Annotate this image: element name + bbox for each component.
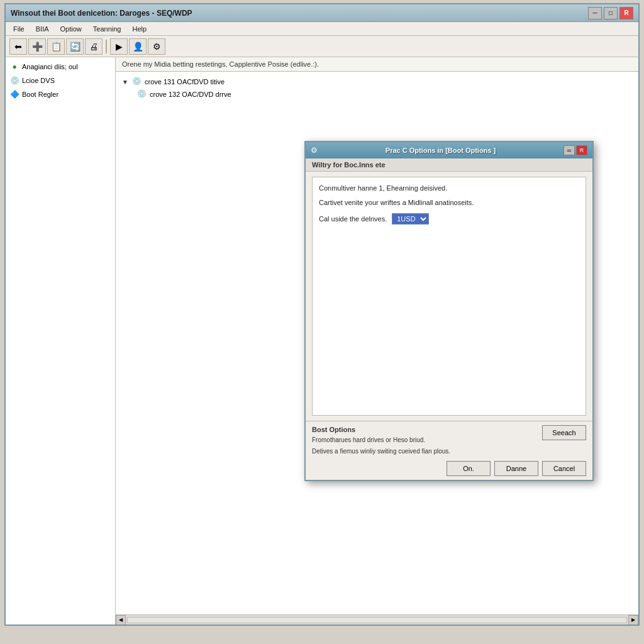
ok-button[interactable]: On. bbox=[447, 461, 491, 476]
main-panel: Orene my Midia betting restetings, Cappl… bbox=[116, 57, 638, 625]
dialog-title-buttons: ═ R bbox=[564, 145, 587, 155]
window-title: Winsout thei Boot denicetion: Daroges - … bbox=[11, 9, 192, 18]
sidebar-item-lcioe-label: Lcioe DVS bbox=[22, 77, 55, 84]
menu-teanning[interactable]: Teanning bbox=[88, 24, 126, 34]
restore-button[interactable]: □ bbox=[604, 7, 618, 19]
sidebar-item-boot-label: Boot Regler bbox=[22, 91, 58, 98]
window-controls: ─ □ R bbox=[588, 7, 633, 19]
scroll-right[interactable]: ▶ bbox=[628, 615, 638, 625]
dialog-footer: Bost Options Fromotharues hard drives or… bbox=[306, 421, 592, 480]
done-button[interactable]: Danne bbox=[494, 461, 538, 476]
toolbar-btn-back[interactable]: ⬅ bbox=[9, 38, 27, 55]
toolbar-btn-copy[interactable]: 📋 bbox=[47, 38, 65, 55]
footer-row-search: Bost Options Fromotharues hard drives or… bbox=[312, 425, 586, 445]
toolbar-btn-user[interactable]: 👤 bbox=[129, 38, 147, 55]
dialog-title-bar: ⚙ Prac C Options in [Boot Options ] ═ R bbox=[306, 142, 592, 158]
menu-biia[interactable]: BIIA bbox=[31, 24, 54, 34]
lcioe-icon: 💿 bbox=[9, 75, 19, 86]
close-button[interactable]: R bbox=[619, 7, 633, 19]
dialog-line1: Conmultiver hanne 1, Ehearning deisived. bbox=[319, 184, 579, 193]
dialog-content: Conmultiver hanne 1, Ehearning deisived.… bbox=[312, 177, 586, 416]
dialog-minimize[interactable]: ═ bbox=[564, 145, 575, 155]
minimize-button[interactable]: ─ bbox=[588, 7, 602, 19]
dialog-title: Prac C Options in [Boot Options ] bbox=[386, 147, 496, 154]
sidebar-item-anagianci-label: Anagianci diis; oul bbox=[22, 63, 78, 70]
menu-bar: File BIIA Optiow Teanning Help bbox=[6, 22, 638, 36]
description-text: Orene my Midia betting restetings, Cappl… bbox=[122, 60, 319, 68]
footer-section: Bost Options Fromotharues hard drives or… bbox=[312, 425, 537, 445]
menu-file[interactable]: File bbox=[8, 24, 30, 34]
toolbar-separator bbox=[106, 40, 107, 53]
cancel-button[interactable]: Cancel bbox=[542, 461, 586, 476]
toolbar-btn-play[interactable]: ▶ bbox=[110, 38, 128, 55]
dialog-subtitle: Wiltry for Boc.lnns ete bbox=[306, 158, 592, 172]
dialog-icon: ⚙ bbox=[311, 146, 318, 155]
toolbar-btn-add[interactable]: ➕ bbox=[28, 38, 46, 55]
dialog-close[interactable]: R bbox=[576, 145, 587, 155]
toolbar: ⬅ ➕ 📋 🔄 🖨 ▶ 👤 ⚙ bbox=[6, 36, 638, 57]
footer-desc2: Detives a fiemus winliy switing cueived … bbox=[312, 447, 586, 456]
footer-section-label: Bost Options bbox=[312, 425, 537, 435]
sidebar: ● Anagianci diis; oul 💿 Lcioe DVS 🔷 Boot… bbox=[6, 57, 116, 625]
toolbar-btn-settings[interactable]: ⚙ bbox=[148, 38, 165, 55]
scroll-left[interactable]: ◀ bbox=[116, 615, 126, 625]
dropdown-select[interactable]: 1USD 2USD AUTO bbox=[392, 213, 429, 225]
tree-area: ▼ 💿 crove 131 OACfDVD titive 💿 crove 132… bbox=[116, 72, 638, 614]
dropdown-label: Cal uside the delnves. bbox=[319, 215, 387, 223]
dialog-overlay: ⚙ Prac C Options in [Boot Options ] ═ R … bbox=[116, 72, 638, 614]
menu-help[interactable]: Help bbox=[127, 24, 152, 34]
scroll-track[interactable] bbox=[127, 617, 627, 623]
sidebar-item-lcioe[interactable]: 💿 Lcioe DVS bbox=[6, 74, 115, 87]
search-button[interactable]: Seeach bbox=[542, 425, 586, 440]
description-bar: Orene my Midia betting restetings, Cappl… bbox=[116, 57, 638, 72]
horizontal-scrollbar: ◀ ▶ bbox=[116, 614, 638, 625]
footer-desc1: Fromotharues hard drives or Heso briud. bbox=[312, 436, 537, 445]
title-bar: Winsout thei Boot denicetion: Daroges - … bbox=[6, 4, 638, 22]
toolbar-btn-refresh[interactable]: 🔄 bbox=[66, 38, 84, 55]
toolbar-btn-print[interactable]: 🖨 bbox=[85, 38, 103, 55]
dialog-line2: Cartivet venite your wriftes a Midlinall… bbox=[319, 198, 579, 208]
sidebar-item-anagianci[interactable]: ● Anagianci diis; oul bbox=[6, 60, 115, 74]
menu-optiow[interactable]: Optiow bbox=[55, 24, 87, 34]
dialog-inline-row: Cal uside the delnves. 1USD 2USD AUTO bbox=[319, 213, 579, 225]
dialog-action-buttons: On. Danne Cancel bbox=[312, 461, 586, 476]
sidebar-item-boot[interactable]: 🔷 Boot Regler bbox=[6, 87, 115, 101]
boot-icon: 🔷 bbox=[9, 89, 19, 99]
anagianci-icon: ● bbox=[9, 62, 19, 72]
main-window: Winsout thei Boot denicetion: Daroges - … bbox=[4, 3, 640, 626]
content-area: ● Anagianci diis; oul 💿 Lcioe DVS 🔷 Boot… bbox=[6, 57, 638, 625]
dialog: ⚙ Prac C Options in [Boot Options ] ═ R … bbox=[304, 141, 594, 481]
